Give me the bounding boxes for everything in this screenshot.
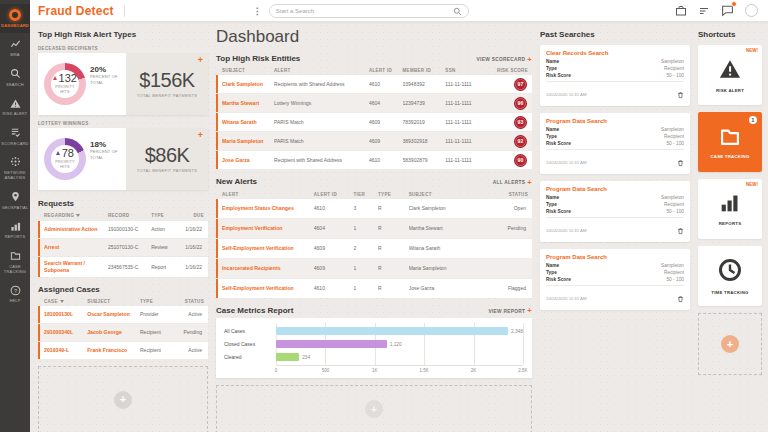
alert-link[interactable]: Incarcerated Recipients	[222, 265, 314, 271]
case-link[interactable]: 2019349-L	[44, 347, 87, 353]
search-title-link[interactable]: Program Data Search	[546, 118, 684, 124]
search-title-link[interactable]: Program Data Search	[546, 254, 684, 260]
table-row[interactable]: Self-Employment Verification 4609 2 R Wi…	[216, 239, 532, 258]
sidebar-item-scorecard[interactable]: SCORECARD	[0, 122, 30, 151]
overflow-menu-icon[interactable]: ⋮	[253, 6, 262, 16]
sidebar-item-mra[interactable]: MRA	[0, 33, 30, 62]
table-row[interactable]: Employment Status Changes 4610 3 R Clark…	[216, 199, 532, 218]
column-header[interactable]: STATUS	[175, 299, 204, 304]
sidebar-item-geospatial[interactable]: GEOSPATIAL	[0, 186, 30, 215]
table-row[interactable]: Self-Employment Verification 4610 1 R Jo…	[216, 279, 532, 298]
bar-cleared[interactable]	[276, 353, 299, 361]
subject-link[interactable]: Oscar Sampleton	[87, 311, 140, 317]
subject-link[interactable]: Jose Garza	[222, 157, 274, 163]
trash-icon[interactable]	[677, 85, 684, 103]
add-icon[interactable]: +	[198, 55, 203, 65]
sidebar-item-help[interactable]: ? HELP	[0, 279, 30, 308]
column-header[interactable]: ALERT ID	[369, 68, 403, 73]
trash-icon[interactable]	[677, 221, 684, 239]
alert-link[interactable]: Employment Status Changes	[222, 205, 314, 211]
search-title-link[interactable]: Program Data Search	[546, 186, 684, 192]
view-scorecard-button[interactable]: VIEW SCORECARD+	[477, 56, 532, 64]
column-header[interactable]: TYPE	[151, 213, 177, 219]
add-icon[interactable]: +	[365, 400, 383, 418]
case-link[interactable]: 181000130L	[44, 311, 87, 317]
alert-type-card-lottery[interactable]: 78 PRIORITY HITS 18% PERCENT OF TOTAL + …	[38, 128, 208, 190]
subject-link[interactable]: Jacob George	[87, 329, 140, 335]
trash-icon[interactable]	[677, 153, 684, 171]
global-search[interactable]	[269, 4, 469, 18]
past-search-card[interactable]: Program Data Search NameSampleton TypeRe…	[540, 181, 690, 242]
case-link[interactable]: 291000340L	[44, 329, 87, 335]
sidebar-item-search[interactable]: SEARCH	[0, 63, 30, 92]
column-header[interactable]: TYPE	[140, 299, 175, 304]
column-header[interactable]: RECORD	[108, 213, 151, 219]
table-row[interactable]: 291000340L Jacob George Recipient Pendin…	[38, 324, 208, 341]
column-header[interactable]: ALERT	[274, 68, 369, 73]
column-header[interactable]: ALERT ID	[314, 192, 354, 197]
table-row[interactable]: Maria Sampleton PARIS Match 4609 3893029…	[216, 132, 532, 150]
search-icon[interactable]	[453, 2, 462, 20]
search-title-link[interactable]: Clear Records Search	[546, 50, 684, 56]
subject-link[interactable]: Clark Sampleton	[222, 81, 274, 87]
request-link[interactable]: Arrest	[44, 244, 108, 251]
bar-closed-cases[interactable]	[276, 340, 387, 348]
subject-link[interactable]: Frank Francisco	[87, 347, 140, 353]
shortcut-risk-alert[interactable]: NEW! RISK ALERT	[698, 45, 762, 105]
table-row[interactable]: 181000130L Oscar Sampleton Provider Acti…	[38, 306, 208, 323]
avatar[interactable]	[745, 4, 758, 17]
add-icon[interactable]: +	[198, 130, 203, 140]
alert-type-card-deceased[interactable]: 132 PRIORITY HITS 20% PERCENT OF TOTAL +…	[38, 53, 208, 115]
sidebar-item-reports[interactable]: REPORTS	[0, 215, 30, 244]
shortcut-time-tracking[interactable]: TIME TRACKING	[698, 246, 762, 306]
column-header[interactable]: SUBJECT	[409, 192, 479, 197]
add-icon[interactable]: +	[114, 391, 132, 409]
alert-link[interactable]: Self-Employment Verification	[222, 285, 314, 291]
messages-icon[interactable]	[721, 4, 734, 17]
table-row[interactable]: Witana Sarath PARIS Match 4609 78392019 …	[216, 113, 532, 131]
column-header[interactable]: MEMBER ID	[403, 68, 446, 73]
all-alerts-button[interactable]: ALL ALERTS+	[493, 179, 532, 187]
table-row[interactable]: Clark Sampleton Recipients with Shared A…	[216, 75, 532, 93]
table-row[interactable]: Employment Verification 4604 1 R Martha …	[216, 219, 532, 238]
column-header[interactable]: SSN	[445, 68, 491, 73]
sidebar-item-risk-alert[interactable]: RISK ALERT	[0, 92, 30, 121]
table-row[interactable]: Search Warrant / Subpoena 234567535-C Re…	[38, 257, 208, 277]
request-link[interactable]: Search Warrant / Subpoena	[44, 260, 108, 273]
column-header[interactable]: RISK SCORE	[491, 68, 528, 73]
column-header[interactable]: CASE	[44, 299, 87, 304]
app-logo[interactable]: Fraud Detect	[38, 4, 114, 18]
column-header[interactable]: STATUS	[479, 192, 528, 197]
column-header[interactable]: REGARDING	[44, 213, 108, 219]
column-header[interactable]: ALERT	[222, 192, 314, 197]
add-icon[interactable]: +	[721, 335, 739, 353]
subject-link[interactable]: Witana Sarath	[222, 119, 274, 125]
filter-lines-icon[interactable]	[698, 5, 710, 17]
add-shortcut-dropzone[interactable]: +	[698, 313, 762, 375]
past-search-card[interactable]: Program Data Search NameSampleton TypeRe…	[540, 113, 690, 174]
sidebar-item-network-analysis[interactable]: NETWORK ANALYSIS	[0, 151, 30, 186]
search-input[interactable]	[276, 8, 453, 14]
alert-link[interactable]: Employment Verification	[222, 225, 314, 231]
sidebar-item-dashboard[interactable]: DASHBOARD	[0, 4, 30, 33]
subject-link[interactable]: Maria Sampleton	[222, 138, 274, 144]
view-report-button[interactable]: VIEW REPORT+	[488, 307, 532, 315]
column-header[interactable]: SUBJECT	[87, 299, 140, 304]
bar-all-cases[interactable]	[276, 327, 508, 335]
add-widget-dropzone[interactable]: +	[38, 366, 208, 432]
column-header[interactable]: TIER	[354, 192, 378, 197]
briefcase-icon[interactable]	[675, 5, 687, 17]
column-header[interactable]: SUBJECT	[222, 68, 274, 73]
trash-icon[interactable]	[677, 289, 684, 307]
past-search-card[interactable]: Clear Records Search NameSampleton TypeR…	[540, 45, 690, 106]
table-row[interactable]: Administrative Action 191000130-C Action…	[38, 221, 208, 238]
alert-link[interactable]: Self-Employment Verification	[222, 245, 314, 251]
shortcut-case-tracking[interactable]: 1 CASE TRACKING	[698, 112, 762, 172]
table-row[interactable]: Jose Garza Recipient with Shared Address…	[216, 151, 532, 169]
column-header[interactable]: DUE	[177, 213, 204, 219]
shortcut-reports[interactable]: NEW! REPORTS	[698, 179, 762, 239]
table-row[interactable]: 2019349-L Frank Francisco Recipient Acti…	[38, 342, 208, 359]
subject-link[interactable]: Martha Stewart	[222, 100, 274, 106]
table-row[interactable]: Arrest 251070130-C Review 1/16/22	[38, 239, 208, 256]
request-link[interactable]: Administrative Action	[44, 226, 108, 233]
